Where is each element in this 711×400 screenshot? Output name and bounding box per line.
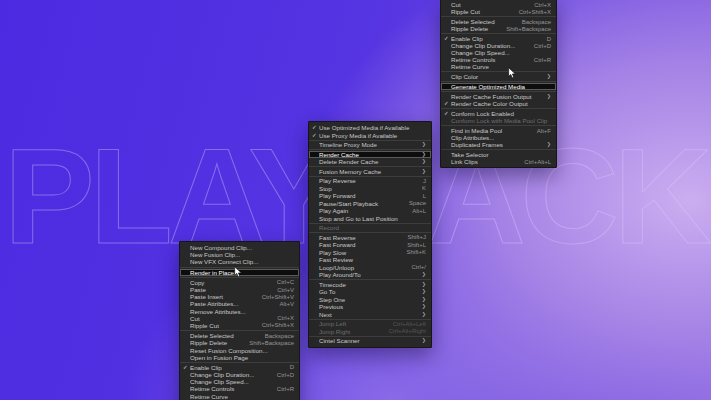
menu-item-play-again[interactable]: Play AgainAlt+L xyxy=(309,207,431,215)
submenu-arrow-icon: ❯ xyxy=(547,142,551,147)
menu-item-stop[interactable]: StopK xyxy=(309,185,431,193)
menu-item-open-in-fusion-page[interactable]: Open in Fusion Page xyxy=(180,354,299,361)
context-menu-timeline-clip: New Compound Clip...New Fusion Clip...Ne… xyxy=(179,241,300,400)
menu-item-ripple-delete[interactable]: Ripple DeleteShift+Backspace xyxy=(441,25,556,32)
menu-item-stop-and-go-to-last-position[interactable]: Stop and Go to Last Position xyxy=(309,215,431,223)
menu-item-retime-curve[interactable]: Retime Curve xyxy=(441,63,556,70)
menu-item-label: Render Cache Fusion Output xyxy=(451,93,541,100)
menu-item-play-slow[interactable]: Play SlowShift+K xyxy=(309,249,431,257)
menu-item-copy[interactable]: CopyCtrl+C xyxy=(180,279,299,286)
menu-item-cut[interactable]: CutCtrl+X xyxy=(441,1,556,8)
menu-item-render-cache-fusion-output[interactable]: Render Cache Fusion Output❯ xyxy=(441,93,556,100)
menu-item-clip-color[interactable]: Clip Color❯ xyxy=(441,73,556,80)
menu-item-enable-clip[interactable]: ✓Enable ClipD xyxy=(441,35,556,42)
menu-item-generate-optimized-media[interactable]: Generate Optimized Media xyxy=(441,83,556,90)
menu-item-take-selector[interactable]: Take Selector xyxy=(441,151,556,158)
menu-separator xyxy=(441,33,556,34)
menu-item-label: Timecode xyxy=(319,281,416,288)
menu-separator xyxy=(180,362,299,363)
menu-item-cut[interactable]: CutCtrl+X xyxy=(180,315,299,322)
menu-item-change-clip-speed[interactable]: Change Clip Speed... xyxy=(441,49,556,56)
menu-item-label: Jump Left xyxy=(319,320,385,327)
menu-item-shortcut: Ctrl+D xyxy=(534,43,551,49)
menu-item-timeline-proxy-mode[interactable]: Timeline Proxy Mode❯ xyxy=(309,141,431,149)
menu-item-label: Link Clips xyxy=(451,158,516,165)
menu-item-render-cache-color-output[interactable]: ✓Render Cache Color Output xyxy=(441,100,556,107)
menu-item-label: Paste Attributes... xyxy=(190,300,271,307)
menu-item-label: Stop xyxy=(319,185,414,192)
menu-item-use-proxy-media-if-available[interactable]: ✓Use Proxy Media if Available xyxy=(309,132,431,140)
menu-item-label: Change Clip Duration... xyxy=(190,371,269,378)
menu-item-step-one[interactable]: Step One❯ xyxy=(309,296,431,304)
menu-item-label: Retime Controls xyxy=(451,56,526,63)
menu-item-retime-controls[interactable]: Retime ControlsCtrl+R xyxy=(441,56,556,63)
menu-item-go-to[interactable]: Go To❯ xyxy=(309,288,431,296)
menu-item-shortcut: Shift+K xyxy=(406,249,426,255)
menu-item-label: Cut xyxy=(190,315,269,322)
menu-item-render-cache[interactable]: Render Cache❯ xyxy=(309,151,431,159)
menu-item-retime-curve[interactable]: Retime Curve xyxy=(180,393,299,400)
menu-item-shortcut: Shift+Backspace xyxy=(249,340,294,346)
menu-item-cintel-scanner[interactable]: Cintel Scanner❯ xyxy=(309,337,431,345)
menu-item-fusion-memory-cache[interactable]: Fusion Memory Cache❯ xyxy=(309,168,431,176)
menu-item-use-optimized-media-if-available[interactable]: ✓Use Optimized Media if Available xyxy=(309,124,431,132)
menu-item-change-clip-duration[interactable]: Change Clip Duration...Ctrl+D xyxy=(441,42,556,49)
menu-item-label: Play Slow xyxy=(319,249,398,256)
menu-item-label: Open in Fusion Page xyxy=(190,354,294,361)
menu-item-play-reverse[interactable]: Play ReverseJ xyxy=(309,177,431,185)
menu-item-label: Delete Render Cache xyxy=(319,158,416,165)
menu-item-fast-reverse[interactable]: Fast ReverseShift+J xyxy=(309,234,431,242)
submenu-arrow-icon: ❯ xyxy=(422,272,426,277)
menu-item-new-vfx-connect-clip[interactable]: New VFX Connect Clip... xyxy=(180,258,299,265)
menu-item-delete-render-cache[interactable]: Delete Render Cache❯ xyxy=(309,158,431,166)
menu-item-paste[interactable]: PasteCtrl+V xyxy=(180,286,299,293)
submenu-arrow-icon: ❯ xyxy=(422,159,426,164)
menu-item-change-clip-duration[interactable]: Change Clip Duration...Ctrl+D xyxy=(180,371,299,378)
mouse-cursor-icon xyxy=(508,67,516,79)
menu-item-remove-attributes[interactable]: Remove Attributes... xyxy=(180,308,299,315)
menu-item-previous[interactable]: Previous❯ xyxy=(309,303,431,311)
menu-item-fast-forward[interactable]: Fast ForwardShift+L xyxy=(309,241,431,249)
menu-item-label: Change Clip Speed... xyxy=(190,378,294,385)
menu-item-timecode[interactable]: Timecode❯ xyxy=(309,281,431,289)
menu-item-find-in-media-pool[interactable]: Find in Media PoolAlt+F xyxy=(441,127,556,134)
menu-item-label: Enable Clip xyxy=(190,364,282,371)
menu-item-retime-controls[interactable]: Retime ControlsCtrl+R xyxy=(180,385,299,392)
submenu-arrow-icon: ❯ xyxy=(422,312,426,317)
menu-item-new-fusion-clip[interactable]: New Fusion Clip... xyxy=(180,251,299,258)
menu-item-next[interactable]: Next❯ xyxy=(309,311,431,319)
menu-item-paste-attributes[interactable]: Paste Attributes...Alt+V xyxy=(180,300,299,307)
menu-item-fast-review[interactable]: Fast Review xyxy=(309,256,431,264)
menu-separator xyxy=(180,330,299,331)
menu-item-duplicated-frames[interactable]: Duplicated Frames❯ xyxy=(441,141,556,148)
menu-item-paste-insert[interactable]: Paste InsertCtrl+Shift+V xyxy=(180,293,299,300)
menu-item-label: Enable Clip xyxy=(451,35,539,42)
menu-item-enable-clip[interactable]: ✓Enable ClipD xyxy=(180,364,299,371)
menu-item-jump-left: Jump LeftCtrl+Alt+Left xyxy=(309,320,431,328)
submenu-arrow-icon: ❯ xyxy=(422,142,426,147)
menu-item-ripple-delete[interactable]: Ripple DeleteShift+Backspace xyxy=(180,339,299,346)
menu-item-delete-selected[interactable]: Delete SelectedBackspace xyxy=(441,18,556,25)
menu-item-pause-start-playback[interactable]: Pause/Start PlaybackSpace xyxy=(309,200,431,208)
menu-item-link-clips[interactable]: Link ClipsCtrl+Alt+L xyxy=(441,158,556,165)
menu-item-play-forward[interactable]: Play ForwardL xyxy=(309,192,431,200)
menu-item-shortcut: Space xyxy=(409,200,426,206)
menu-item-ripple-cut[interactable]: Ripple CutCtrl+Shift+X xyxy=(441,8,556,15)
menu-item-delete-selected[interactable]: Delete SelectedBackspace xyxy=(180,332,299,339)
menu-item-conform-lock-enabled[interactable]: ✓Conform Lock Enabled xyxy=(441,110,556,117)
checkmark-icon: ✓ xyxy=(444,36,451,42)
menu-item-loop-unloop[interactable]: Loop/UnloopCtrl+/ xyxy=(309,264,431,272)
menu-item-new-compound-clip[interactable]: New Compound Clip... xyxy=(180,244,299,251)
menu-item-label: Retime Curve xyxy=(451,63,551,70)
menu-item-clip-attributes[interactable]: Clip Attributes... xyxy=(441,134,556,141)
menu-item-ripple-cut[interactable]: Ripple CutCtrl+Shift+X xyxy=(180,322,299,329)
menu-item-label: Jump Right xyxy=(319,328,381,335)
menu-item-reset-fusion-composition[interactable]: Reset Fusion Composition... xyxy=(180,346,299,353)
menu-item-label: Timeline Proxy Mode xyxy=(319,141,416,148)
menu-item-label: Ripple Delete xyxy=(190,339,241,346)
menu-item-shortcut: Backspace xyxy=(522,19,551,25)
menu-item-play-around-to[interactable]: Play Around/To❯ xyxy=(309,271,431,279)
menu-item-label: Play Again xyxy=(319,207,404,214)
menu-item-change-clip-speed[interactable]: Change Clip Speed... xyxy=(180,378,299,385)
menu-item-label: Ripple Delete xyxy=(451,25,498,32)
